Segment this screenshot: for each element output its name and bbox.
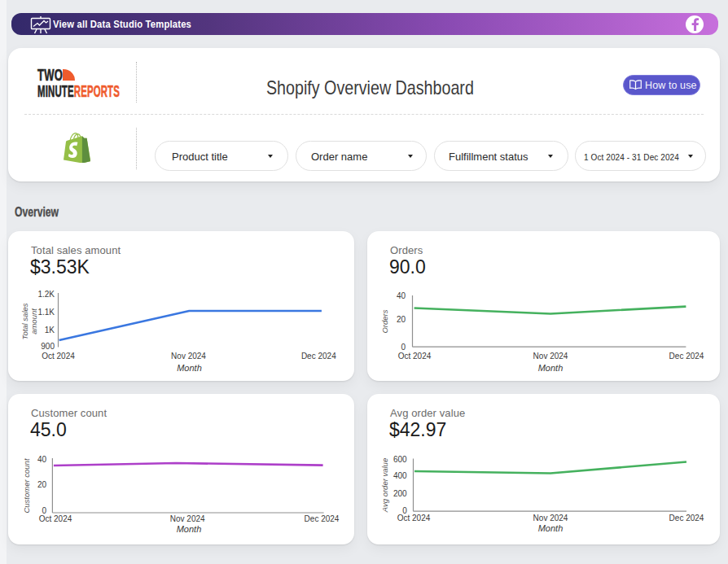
svg-text:Dec 2024: Dec 2024 [669, 352, 704, 361]
svg-text:Dec 2024: Dec 2024 [301, 352, 336, 361]
svg-text:400: 400 [393, 471, 407, 480]
svg-text:Month: Month [177, 524, 202, 534]
svg-text:200: 200 [393, 489, 407, 498]
svg-text:600: 600 [393, 455, 407, 464]
svg-text:Month: Month [177, 363, 202, 373]
svg-text:0: 0 [401, 343, 406, 352]
svg-text:40: 40 [37, 455, 47, 464]
svg-text:Oct 2024: Oct 2024 [397, 514, 431, 522]
svg-text:20: 20 [397, 315, 406, 324]
svg-text:Total sales: Total sales [20, 303, 29, 339]
svg-text:amount: amount [29, 308, 38, 334]
svg-text:Oct 2024: Oct 2024 [39, 514, 72, 523]
svg-text:Month: Month [538, 523, 564, 533]
svg-text:Month: Month [538, 363, 564, 373]
svg-text:Orders: Orders [380, 309, 389, 333]
svg-text:Dec 2024: Dec 2024 [305, 514, 340, 523]
svg-text:Oct 2024: Oct 2024 [398, 352, 432, 361]
svg-text:20: 20 [37, 480, 47, 489]
svg-text:Customer count: Customer count [22, 458, 31, 513]
svg-text:900: 900 [41, 342, 55, 351]
svg-text:1.1K: 1.1K [37, 308, 55, 317]
svg-text:1K: 1K [45, 326, 55, 334]
svg-text:40: 40 [397, 291, 406, 300]
svg-text:Oct 2024: Oct 2024 [42, 352, 75, 361]
svg-text:Dec 2024: Dec 2024 [669, 514, 704, 522]
svg-text:Avg order value: Avg order value [380, 458, 389, 513]
svg-text:Nov 2024: Nov 2024 [533, 514, 568, 522]
svg-text:Nov 2024: Nov 2024 [170, 514, 205, 523]
svg-text:1.2K: 1.2K [37, 290, 55, 299]
svg-text:Nov 2024: Nov 2024 [171, 352, 206, 361]
svg-text:Nov 2024: Nov 2024 [533, 352, 568, 361]
